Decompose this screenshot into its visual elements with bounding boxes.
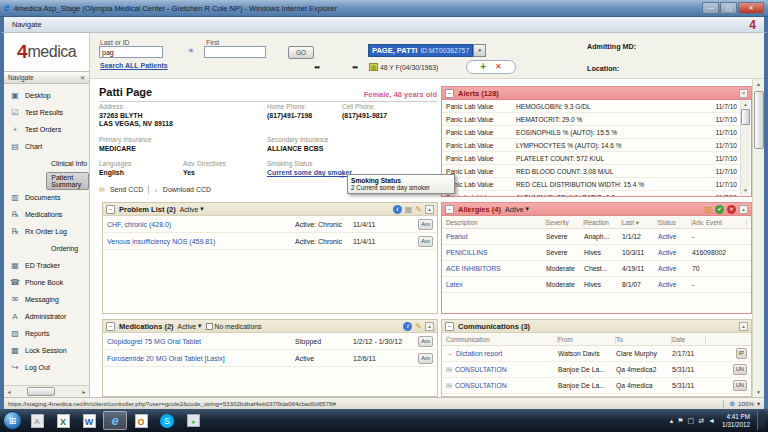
collapse-to-top-icon[interactable]: ▴ xyxy=(739,322,748,331)
sidebar-item[interactable]: + Test Orders xyxy=(4,121,89,138)
column-header[interactable]: Last ▾ xyxy=(622,219,658,226)
alerts-scrollbar[interactable]: ▲ ▼ xyxy=(740,101,750,195)
sidebar-item[interactable]: ▧ Reports xyxy=(4,325,89,342)
tray-show-hidden-icon[interactable]: ▴ xyxy=(670,417,674,425)
amend-badge[interactable]: Am xyxy=(418,336,433,347)
sidebar-item[interactable]: ℞ Rx Order Log xyxy=(4,223,89,240)
filter-dropdown[interactable]: Active ▾ xyxy=(505,205,529,213)
clear-patient-icon[interactable]: ✕ xyxy=(495,63,502,71)
problem-link[interactable]: CHF, chronic (428.0) xyxy=(107,221,295,228)
last-or-id-input[interactable]: pag xyxy=(99,46,163,58)
collapse-icon[interactable]: − xyxy=(445,89,454,98)
column-header[interactable]: Adv. Event xyxy=(692,219,747,226)
column-header[interactable]: Status xyxy=(658,219,692,226)
scrollbar-thumb[interactable] xyxy=(27,387,55,396)
edit-icon[interactable]: ✎ xyxy=(415,322,422,331)
taskbar-app[interactable]: O xyxy=(129,411,153,430)
no-medications-checkbox[interactable] xyxy=(206,323,213,330)
tray-flag-icon[interactable]: ⚑ xyxy=(677,417,683,425)
sidebar-close-icon[interactable]: ✕ xyxy=(80,74,85,81)
sidebar-item[interactable]: ▤ Chart xyxy=(4,138,89,155)
tray-window-icon[interactable]: ▢ xyxy=(688,417,695,425)
download-ccd-button[interactable]: Download CCD xyxy=(163,186,211,193)
problem-link[interactable]: Venous insufficiency NOS (459.81) xyxy=(107,238,295,245)
info-icon[interactable]: i xyxy=(403,322,412,331)
tray-volume-icon[interactable]: ◄ xyxy=(708,417,715,424)
collapse-icon[interactable]: − xyxy=(445,205,454,214)
show-desktop-button[interactable] xyxy=(757,411,765,430)
search-all-patients-link[interactable]: Search ALL Patients xyxy=(100,62,168,69)
filter-dropdown[interactable]: Active ▾ xyxy=(178,322,202,330)
patient-search-icon[interactable]: ●● xyxy=(352,64,357,70)
sidebar-item[interactable]: ▣ Desktop xyxy=(4,87,89,104)
patient-dropdown-button[interactable]: ▾ xyxy=(473,44,486,57)
page-vertical-scrollbar[interactable]: ▲ ▼ xyxy=(752,79,764,397)
column-header[interactable]: To xyxy=(616,336,672,343)
taskbar-app[interactable]: ● xyxy=(181,411,205,430)
medication-link[interactable]: Furosemide 20 MG Oral Tablet [Lasix] xyxy=(107,355,295,362)
edit-icon[interactable]: ✎ xyxy=(415,205,422,214)
taskbar-clock[interactable]: 4:41 PM 1/31/2012 xyxy=(722,413,750,428)
column-header[interactable]: Severity xyxy=(546,219,584,226)
maximize-button[interactable]: ▢ xyxy=(720,2,737,14)
taskbar-app[interactable]: A xyxy=(25,411,49,430)
scroll-right-icon[interactable]: ► xyxy=(79,389,89,395)
sidebar-item[interactable]: Ordering xyxy=(4,240,89,257)
minimize-button[interactable]: — xyxy=(702,2,719,14)
taskbar-app[interactable]: e xyxy=(103,411,127,430)
close-icon[interactable]: ✕ xyxy=(739,89,748,98)
collapse-to-top-icon[interactable]: ▴ xyxy=(739,205,748,214)
sidebar-item[interactable]: ✉ Messaging xyxy=(4,291,89,308)
allergy-link[interactable]: PENICILLINS xyxy=(446,249,546,256)
first-name-input[interactable] xyxy=(204,46,266,58)
sidebar-item[interactable]: Patient Summary xyxy=(4,172,89,189)
scrollbar-thumb[interactable] xyxy=(741,109,750,125)
collapse-icon[interactable]: − xyxy=(106,205,115,214)
allergy-link[interactable]: Peanut xyxy=(446,233,546,240)
window-titlebar[interactable]: e 4medica Asp_Stage (Olympia Medical Cen… xyxy=(0,0,768,17)
sidebar-item[interactable]: ▦ ED Tracker xyxy=(4,257,89,274)
filter-dropdown[interactable]: Active ▾ xyxy=(180,205,204,213)
navigate-menu[interactable]: Navigate xyxy=(12,20,42,29)
sidebar-item[interactable]: ℞ Medications xyxy=(4,206,89,223)
taskbar-app[interactable]: W xyxy=(77,411,101,430)
collapse-icon[interactable]: − xyxy=(106,322,115,331)
amend-badge[interactable]: Am xyxy=(418,236,433,247)
medication-link[interactable]: Clopidogrel 75 MG Oral Tablet xyxy=(107,338,295,345)
sidebar-item[interactable]: ↪ Log Out xyxy=(4,359,89,376)
collapse-icon[interactable]: − xyxy=(445,322,454,331)
phonetic-search-icon[interactable]: ✳ xyxy=(188,47,194,55)
collapse-to-top-icon[interactable]: ▴ xyxy=(425,322,434,331)
allergy-link[interactable]: Latex xyxy=(446,281,546,288)
go-button[interactable]: GO xyxy=(288,46,314,59)
taskbar-app[interactable]: X xyxy=(51,411,75,430)
collapse-to-top-icon[interactable]: ▴ xyxy=(425,205,434,214)
column-header[interactable]: Description xyxy=(446,219,546,226)
start-button[interactable]: ⊞ xyxy=(3,411,22,430)
sidebar-horizontal-scrollbar[interactable]: ◄ ► xyxy=(4,385,89,397)
sidebar-item[interactable]: A Administrator xyxy=(4,308,89,325)
binoculars-icon[interactable]: ●● xyxy=(314,64,319,70)
sidebar-item[interactable]: ▥ Documents xyxy=(4,189,89,206)
print-icon[interactable]: ▦ xyxy=(405,205,413,214)
sidebar-item[interactable]: Clinical Info xyxy=(4,155,89,172)
close-button[interactable]: ✕ xyxy=(738,2,764,14)
allergy-link[interactable]: ACE INHIBITORS xyxy=(446,265,546,272)
scroll-up-icon[interactable]: ▲ xyxy=(743,101,747,109)
column-header[interactable]: Communication xyxy=(446,336,558,343)
column-header[interactable]: Date xyxy=(672,336,706,343)
info-icon[interactable]: i xyxy=(393,205,402,214)
amend-badge[interactable]: Am xyxy=(418,353,433,364)
column-header[interactable]: From xyxy=(558,336,616,343)
sidebar-item[interactable]: ☑ Test Results xyxy=(4,104,89,121)
remove-icon[interactable]: ✕ xyxy=(727,205,736,214)
scrollbar-thumb[interactable] xyxy=(754,91,764,149)
communication-link[interactable]: Dictation report xyxy=(456,350,502,357)
selected-patient[interactable]: PAGE, PATTI ID:MT00362757 xyxy=(368,44,473,57)
scroll-up-icon[interactable]: ▲ xyxy=(756,79,761,89)
add-allergy-icon[interactable]: ▨ xyxy=(704,205,712,214)
column-header[interactable]: Reaction xyxy=(584,219,622,226)
sidebar-item[interactable]: ▩ Lock Session xyxy=(4,342,89,359)
scroll-down-icon[interactable]: ▼ xyxy=(743,187,747,195)
add-patient-icon[interactable]: + xyxy=(480,62,486,72)
